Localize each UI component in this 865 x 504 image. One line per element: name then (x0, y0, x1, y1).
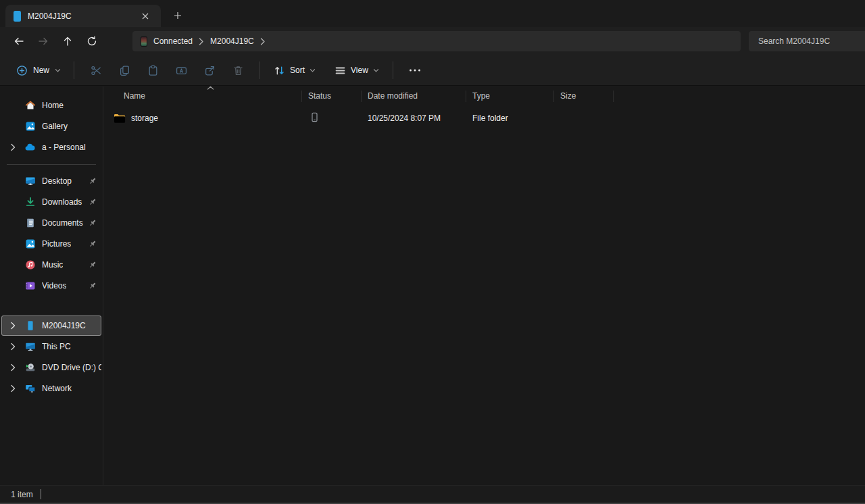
back-button[interactable] (7, 31, 31, 51)
sidebar-item-home[interactable]: Home (1, 95, 101, 116)
tab-m2004j19c[interactable]: M2004J19C (5, 5, 161, 27)
close-tab-icon[interactable] (138, 9, 153, 24)
breadcrumb-device[interactable]: M2004J19C (210, 36, 254, 46)
sidebar-item-music[interactable]: Music (1, 255, 101, 275)
copy-icon (119, 65, 130, 76)
column-size[interactable]: Size (554, 91, 614, 102)
search-input[interactable] (757, 36, 857, 47)
documents-icon (24, 218, 36, 229)
paste-icon (147, 65, 159, 76)
breadcrumb-connected[interactable]: Connected (153, 36, 193, 46)
phone-status-icon (310, 112, 319, 122)
expand-chevron-icon (10, 363, 16, 372)
this-pc-icon (24, 341, 36, 353)
sidebar-item-videos[interactable]: Videos (1, 276, 101, 296)
toolbar-separator (74, 61, 74, 79)
gallery-icon (24, 121, 36, 132)
home-icon (24, 100, 36, 111)
rename-icon (176, 65, 187, 76)
folder-icon (114, 114, 126, 124)
copy-button[interactable] (110, 59, 139, 82)
command-toolbar: New Sort View (0, 55, 865, 86)
new-tab-button[interactable] (169, 7, 187, 24)
pin-icon (89, 177, 97, 187)
sort-icon (274, 65, 285, 76)
expand-chevron-icon (10, 343, 16, 351)
column-type[interactable]: Type (466, 91, 554, 102)
pictures-icon (24, 238, 36, 250)
new-plus-icon (16, 65, 28, 76)
toolbar-separator (260, 61, 260, 79)
search-box[interactable] (749, 31, 865, 51)
share-icon (204, 65, 216, 76)
ellipsis-icon (409, 68, 421, 72)
navigation-pane: Home Gallery a - Personal (0, 86, 103, 485)
sidebar-item-onedrive-personal[interactable]: a - Personal (1, 137, 101, 157)
sidebar-item-documents[interactable]: Documents (1, 213, 101, 233)
see-more-button[interactable] (401, 59, 429, 82)
network-icon (24, 383, 36, 395)
file-explorer-window: M2004J19C Connected M2004J19C (0, 0, 865, 504)
chevron-down-icon (373, 68, 379, 73)
pin-icon (89, 282, 97, 292)
paste-button[interactable] (139, 59, 167, 82)
column-header-row: Name Status Date modified Type Size (103, 86, 865, 106)
view-button[interactable]: View (328, 61, 385, 80)
item-count: 1 item (11, 490, 33, 499)
file-type: File folder (466, 114, 554, 123)
sidebar-item-desktop[interactable]: Desktop (1, 171, 101, 191)
column-date-modified[interactable]: Date modified (362, 91, 466, 102)
title-bar: M2004J19C (0, 0, 865, 27)
pin-icon (89, 198, 97, 208)
pin-icon (89, 219, 97, 229)
downloads-icon (24, 197, 36, 208)
refresh-button[interactable] (80, 31, 104, 51)
sort-label: Sort (290, 66, 305, 75)
dvd-drive-icon (24, 362, 36, 374)
tab-title: M2004J19C (28, 11, 72, 21)
onedrive-cloud-icon (24, 142, 36, 153)
sort-button[interactable]: Sort (268, 61, 322, 80)
sidebar-item-m2004j19c[interactable]: M2004J19C (1, 316, 101, 336)
sort-ascending-icon (207, 86, 214, 90)
pinned-group: Desktop Downloads Do (0, 171, 103, 296)
view-label: View (351, 66, 368, 75)
file-row-storage[interactable]: storage 10/25/2024 8:07 PM File folder (103, 109, 865, 128)
chevron-right-icon[interactable] (260, 38, 266, 45)
pin-icon (89, 240, 97, 250)
column-name[interactable]: Name (103, 91, 302, 102)
sidebar-item-downloads[interactable]: Downloads (1, 192, 101, 212)
toolbar-separator (393, 61, 393, 79)
status-bar: 1 item (0, 485, 865, 503)
column-status[interactable]: Status (302, 91, 362, 102)
videos-icon (24, 280, 36, 292)
sidebar-item-network[interactable]: Network (1, 378, 101, 399)
file-list-pane: Name Status Date modified Type Size stor… (103, 86, 865, 485)
sidebar-separator (7, 164, 96, 165)
phone-device-icon (24, 320, 36, 332)
cut-button[interactable] (82, 59, 110, 82)
view-icon (335, 65, 346, 76)
chevron-right-icon[interactable] (199, 38, 204, 45)
new-label: New (33, 66, 49, 75)
tree-group: M2004J19C This PC DVD Drive (D:) CCC (0, 316, 103, 399)
sidebar-item-this-pc[interactable]: This PC (1, 336, 101, 357)
file-date-modified: 10/25/2024 8:07 PM (362, 114, 466, 123)
forward-button[interactable] (31, 31, 55, 51)
rename-button[interactable] (167, 59, 195, 82)
device-thumbnail-icon (141, 36, 147, 47)
new-button[interactable]: New (11, 61, 66, 80)
share-button[interactable] (195, 59, 224, 82)
sidebar-item-pictures[interactable]: Pictures (1, 234, 101, 254)
sidebar-item-gallery[interactable]: Gallery (1, 116, 101, 136)
scissors-icon (91, 65, 102, 76)
pin-icon (89, 261, 97, 271)
delete-button[interactable] (224, 59, 252, 82)
chevron-down-icon (310, 68, 316, 73)
desktop-icon (24, 176, 36, 187)
up-button[interactable] (55, 31, 80, 51)
address-bar[interactable]: Connected M2004J19C (132, 31, 741, 51)
status-divider (41, 489, 41, 499)
expand-chevron-icon (10, 384, 16, 393)
sidebar-item-dvd-drive[interactable]: DVD Drive (D:) CCC (1, 357, 101, 378)
